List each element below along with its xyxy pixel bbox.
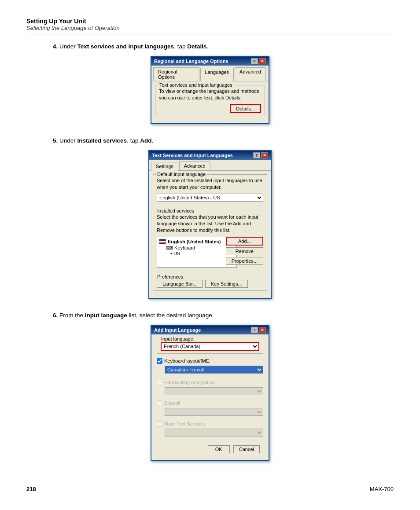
input-lang-select[interactable]: French (Canada)	[161, 342, 259, 351]
details-button[interactable]: Details...	[230, 104, 261, 113]
step-5: 5. Under Installed services, tap Add. Te…	[26, 137, 394, 299]
keyboard-label: Keyboard layout/IME:	[164, 358, 210, 363]
dialog-add-input-lang: Add Input Language ? ✕ Input language: F…	[151, 325, 269, 461]
lang-item-english: English (United States)	[159, 239, 226, 244]
dialog-group-input-lang: Input language: French (Canada)	[157, 339, 263, 354]
dialog-title-2: Text Services and Input Languages	[152, 153, 233, 158]
dialog-titlebar-buttons-3[interactable]: ? ✕	[251, 327, 266, 333]
footer-page-number: 218	[26, 486, 36, 492]
dialog-body-2: Default input language Select one of the…	[149, 171, 271, 298]
dialog-title-3: Add Input Language	[154, 327, 201, 333]
tab-languages[interactable]: Languages	[200, 68, 234, 81]
speech-row: Speech	[157, 400, 263, 406]
dialog-default-lang-text: Select one of the installed input langua…	[157, 177, 263, 191]
step-6-number: 6.	[53, 312, 58, 319]
lang-flag-icon	[159, 239, 166, 244]
tab-regional-options[interactable]: Regional Options	[153, 67, 199, 81]
more-services-checkbox[interactable]	[157, 421, 162, 427]
step-5-screenshot: Text Services and Input Languages ? ✕ Se…	[26, 150, 394, 299]
step-4-screenshot: Regional and Language Options ? ✕ Region…	[26, 56, 394, 124]
more-services-label: More Text Services:	[164, 421, 206, 426]
page-footer: 218 MAX-700	[26, 482, 394, 492]
dialog-group-text-1: To view or change the languages and meth…	[159, 88, 261, 102]
lang-sub2-us: • US	[159, 251, 235, 256]
dialog-titlebar-buttons-1[interactable]: ? ✕	[251, 58, 266, 64]
remove-button[interactable]: Remove	[226, 247, 263, 255]
dialog-body-3: Input language: French (Canada) Keyboard…	[151, 334, 269, 460]
dialog-tabs-2: Settings Advanced	[149, 160, 271, 171]
step-4-bold2: Details	[187, 43, 206, 50]
dialog-regional-language: Regional and Language Options ? ✕ Region…	[151, 56, 269, 124]
dialog-titlebar-buttons-2[interactable]: ? ✕	[253, 152, 268, 158]
more-services-row: More Text Services:	[157, 421, 263, 427]
header-divider	[26, 34, 394, 34]
keyboard-row: Keyboard layout/IME:	[157, 358, 263, 364]
dialog-installed-text: Select the services that you want for ea…	[157, 214, 263, 234]
step-4-bold1: Text services and input languages	[77, 43, 174, 50]
page-header: Setting Up Your Unit Selecting the Langu…	[26, 18, 394, 31]
step-4-number: 4.	[53, 43, 58, 50]
tab-advanced-2[interactable]: Advanced	[179, 161, 210, 170]
step-6: 6. From the Input language list, select …	[26, 312, 394, 461]
step-5-bold1: Installed services	[77, 137, 127, 144]
step-6-screenshot: Add Input Language ? ✕ Input language: F…	[26, 325, 394, 461]
language-bar-button[interactable]: Language Bar...	[157, 280, 203, 288]
page-subtitle: Selecting the Language of Operation	[26, 25, 394, 31]
keyboard-sub-icon: ⌨	[166, 245, 173, 250]
dialog-close-btn-2[interactable]: ✕	[261, 152, 268, 158]
speech-checkbox[interactable]	[157, 400, 162, 406]
keyboard-checkbox[interactable]	[157, 358, 162, 364]
ok-button[interactable]: OK	[208, 445, 230, 453]
handwriting-checkbox[interactable]	[157, 380, 162, 385]
input-lang-label: Input language:	[160, 336, 196, 341]
tab-settings[interactable]: Settings	[151, 162, 178, 171]
handwriting-label: Handwriting recognition	[164, 380, 215, 385]
cancel-button[interactable]: Cancel	[233, 445, 260, 453]
add-button[interactable]: Add...	[226, 237, 263, 246]
step-5-number: 5.	[53, 137, 58, 144]
speech-label: Speech	[164, 400, 181, 406]
dialog-help-btn-3[interactable]: ?	[251, 327, 258, 333]
dialog-close-btn-1[interactable]: ✕	[259, 58, 266, 64]
dialog-group-label-1: Text services and input languages	[158, 82, 234, 88]
dialog-group-text-services: Text services and input languages To vie…	[155, 85, 265, 116]
dialog-group-installed: Installed services Select the services t…	[153, 211, 267, 273]
handwriting-select[interactable]	[165, 387, 263, 395]
dialog-tabs-1: Regional Options Languages Advanced	[151, 66, 269, 81]
properties-button[interactable]: Properties...	[226, 257, 263, 265]
step-6-text: 6. From the Input language list, select …	[53, 312, 394, 319]
dialog-close-btn-3[interactable]: ✕	[259, 327, 266, 333]
footer-product-name: MAX-700	[370, 486, 394, 492]
dialog-group-label-default: Default input language	[156, 172, 207, 177]
default-lang-select[interactable]: English (United States) - US	[157, 194, 263, 202]
key-settings-button[interactable]: Key Settings...	[205, 280, 248, 288]
step-4: 4. Under Text services and input languag…	[26, 43, 394, 124]
installed-services-list: English (United States) ⌨ Keyboard • US	[157, 237, 237, 268]
step-4-text: 4. Under Text services and input languag…	[53, 43, 394, 50]
dialog-body-1: Text services and input languages To vie…	[151, 81, 269, 123]
dialog-group-label-prefs: Preferences	[156, 274, 184, 279]
dialog-title-1: Regional and Language Options	[154, 59, 228, 64]
dialog-help-btn-1[interactable]: ?	[251, 58, 258, 64]
handwriting-row: Handwriting recognition	[157, 380, 263, 385]
dialog-group-label-installed: Installed services	[156, 208, 195, 213]
dialog-titlebar-3: Add Input Language ? ✕	[151, 326, 269, 334]
dialog-help-btn-2[interactable]: ?	[253, 152, 260, 158]
step-5-text: 5. Under Installed services, tap Add.	[53, 137, 394, 144]
step-5-bold2: Add	[140, 137, 151, 144]
more-services-select[interactable]	[165, 429, 263, 437]
lang-item-label: English (United States)	[168, 239, 221, 244]
ok-cancel-row: OK Cancel	[157, 443, 263, 456]
installed-services-buttons: Add... Remove Properties...	[226, 237, 263, 265]
page-title: Setting Up Your Unit	[26, 18, 394, 25]
dialog-text-services: Text Services and Input Languages ? ✕ Se…	[148, 150, 272, 299]
tab-advanced[interactable]: Advanced	[235, 67, 266, 81]
keyboard-select[interactable]: Canadian French	[165, 366, 263, 374]
dialog-titlebar-1: Regional and Language Options ? ✕	[151, 57, 269, 66]
dialog-group-default-lang: Default input language Select one of the…	[153, 174, 267, 207]
lang-sub-keyboard: ⌨ Keyboard	[159, 245, 235, 251]
step-6-bold1: Input language	[85, 312, 127, 319]
speech-select[interactable]	[165, 408, 263, 416]
dialog-titlebar-2: Text Services and Input Languages ? ✕	[149, 151, 271, 160]
dialog-group-preferences: Preferences Language Bar... Key Settings…	[153, 277, 267, 291]
